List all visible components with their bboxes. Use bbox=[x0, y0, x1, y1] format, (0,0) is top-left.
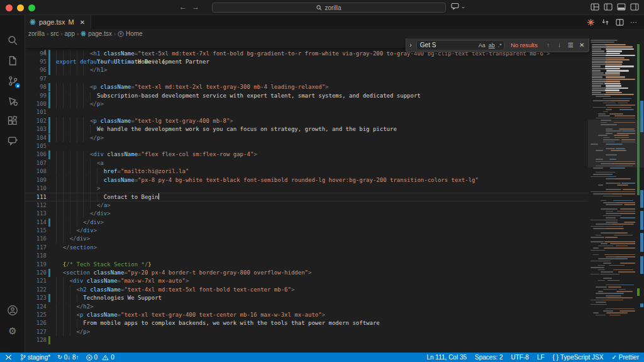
compare-changes-icon[interactable] bbox=[601, 18, 609, 26]
extension-starburst-icon[interactable] bbox=[587, 18, 595, 26]
editor-content[interactable]: 94 <h1 className="text-5xl md:text-7xl f… bbox=[25, 38, 644, 353]
gutter-modified-indicator bbox=[48, 100, 50, 108]
gutter-modified-indicator bbox=[48, 117, 50, 125]
code-line-124[interactable]: 124 </h2> bbox=[25, 303, 588, 311]
formatter-status[interactable]: ✓ Prettier bbox=[611, 354, 639, 361]
code-line-110[interactable]: 110 > bbox=[25, 184, 588, 193]
code-line-105[interactable]: 105 bbox=[25, 142, 588, 150]
code-line-115[interactable]: 115 </div> bbox=[25, 227, 588, 235]
code-line-118[interactable]: 118 bbox=[25, 252, 588, 260]
code-line-120[interactable]: 120 <section className="py-20 px-4 borde… bbox=[25, 269, 588, 277]
match-case-toggle[interactable]: Aa bbox=[479, 42, 486, 48]
breadcrumb-symbol[interactable]: Home bbox=[126, 30, 143, 37]
sync-status[interactable]: ↻ 0↓ 8↑ bbox=[57, 354, 79, 361]
encoding-setting[interactable]: UTF-8 bbox=[511, 354, 529, 361]
regex-toggle[interactable]: .* bbox=[498, 42, 502, 48]
code-line-119[interactable]: 119 {/* Tech Stack Section */} bbox=[25, 261, 588, 269]
window-minimize-button[interactable] bbox=[17, 4, 24, 11]
split-editor-icon[interactable] bbox=[616, 19, 624, 26]
account-icon[interactable] bbox=[0, 302, 25, 319]
code-line-125[interactable]: 125 <p className="text-xl text-gray-400 … bbox=[25, 311, 588, 319]
error-icon bbox=[86, 354, 92, 361]
code-line-126[interactable]: 126 From mobile apps to complex backends… bbox=[25, 319, 588, 327]
code-line-122[interactable]: 122 <h2 className="text-4xl md:text-5xl … bbox=[25, 286, 588, 294]
breadcrumb-src[interactable]: src bbox=[50, 30, 58, 37]
language-mode[interactable]: { } TypeScript JSX bbox=[553, 354, 604, 361]
problems-status[interactable]: 0 0 bbox=[86, 354, 114, 361]
gutter-modified-indicator bbox=[48, 83, 50, 91]
check-icon: ✓ bbox=[611, 354, 616, 361]
customize-layout-icon[interactable] bbox=[591, 3, 599, 11]
code-line-112[interactable]: 112 </a> bbox=[25, 201, 588, 210]
toggle-secondary-sidebar-icon[interactable] bbox=[630, 3, 639, 11]
code-line-102[interactable]: 102 <p className="text-lg text-gray-400 … bbox=[25, 117, 588, 125]
remote-icon bbox=[5, 354, 12, 360]
window-close-button[interactable] bbox=[6, 4, 13, 11]
find-query: Get S bbox=[420, 42, 436, 48]
whole-word-toggle[interactable]: ab bbox=[489, 42, 495, 48]
previous-match-icon[interactable]: ↑ bbox=[544, 42, 553, 48]
close-icon[interactable]: ✕ bbox=[577, 42, 586, 48]
code-line-100[interactable]: 100 </p> bbox=[25, 100, 588, 108]
error-count: 0 bbox=[94, 354, 98, 361]
find-in-selection-icon[interactable]: ☰ bbox=[566, 42, 575, 48]
toggle-primary-sidebar-icon[interactable] bbox=[604, 3, 613, 11]
indentation-setting[interactable]: Spaces: 2 bbox=[475, 354, 502, 361]
gutter-modified-indicator bbox=[48, 58, 50, 66]
history-back-button[interactable]: ← bbox=[178, 3, 188, 11]
find-input[interactable]: Get S Aa ab .* bbox=[416, 40, 504, 50]
code-line-103[interactable]: 103 We handle the development work so yo… bbox=[25, 125, 588, 133]
code-line-123[interactable]: 123 Technologies We Support bbox=[25, 294, 588, 302]
code-line-113[interactable]: 113 </div> bbox=[25, 210, 588, 218]
code-line-116[interactable]: 116 </div> bbox=[25, 235, 588, 243]
breadcrumb-project[interactable]: zorilla bbox=[28, 30, 45, 37]
code-line-107[interactable]: 107 <a bbox=[25, 159, 588, 167]
find-widget: › Get S Aa ab .* No results ↑ ↓ ☰ ✕ bbox=[406, 38, 589, 52]
minimap[interactable] bbox=[588, 38, 635, 353]
branch-name: staging* bbox=[28, 354, 50, 361]
code-line-108[interactable]: 108 href="mailto:hi@zoril.la" bbox=[25, 167, 588, 176]
more-actions-icon[interactable]: ⋯ bbox=[630, 18, 638, 26]
code-line-111[interactable]: 111 Contact to Begin bbox=[25, 193, 588, 201]
remote-indicator[interactable] bbox=[5, 354, 12, 360]
code-line-101[interactable]: 101 bbox=[25, 108, 588, 116]
code-line-96[interactable]: 96 </h1> bbox=[25, 66, 588, 74]
toggle-replace-chevron-icon[interactable]: › bbox=[408, 42, 414, 48]
code-line-128[interactable]: 128 bbox=[25, 336, 588, 344]
breadcrumb-app[interactable]: app bbox=[64, 30, 75, 37]
code-line-109[interactable]: 109 className="px-8 py-4 bg-white text-b… bbox=[25, 176, 588, 184]
run-debug-icon[interactable] bbox=[0, 92, 25, 110]
chat-icon[interactable] bbox=[0, 132, 25, 150]
source-control-icon[interactable] bbox=[0, 72, 25, 89]
search-icon[interactable] bbox=[0, 31, 25, 49]
chevron-right-icon: › bbox=[60, 31, 62, 37]
command-center-search[interactable]: zorilla bbox=[212, 3, 446, 13]
code-line-106[interactable]: 106 <div className="flex flex-col sm:fle… bbox=[25, 150, 588, 159]
history-forward-button[interactable]: → bbox=[191, 3, 201, 11]
source-control-badge bbox=[14, 82, 21, 89]
code-line-114[interactable]: 114 </div> bbox=[25, 218, 588, 227]
code-line-97[interactable]: 97 bbox=[25, 75, 588, 83]
close-icon[interactable]: ✕ bbox=[80, 19, 85, 26]
explorer-file-icon[interactable] bbox=[0, 52, 25, 69]
eol-setting[interactable]: LF bbox=[537, 354, 545, 361]
cursor-position[interactable]: Ln 111, Col 35 bbox=[426, 354, 467, 361]
next-match-icon[interactable]: ↓ bbox=[555, 42, 564, 48]
tab-page-tsx[interactable]: page.tsx M ✕ bbox=[25, 15, 91, 29]
code-line-99[interactable]: 99 Subscription-based development servic… bbox=[25, 92, 588, 100]
settings-gear-icon[interactable]: ⚙ bbox=[0, 322, 25, 339]
breadcrumb-file[interactable]: page.tsx bbox=[88, 30, 112, 37]
chat-dropdown-button[interactable]: ⌄ bbox=[451, 3, 465, 10]
code-line-98[interactable]: 98 <p className="text-xl md:text-2xl tex… bbox=[25, 83, 588, 91]
code-line-121[interactable]: 121 <div className="max-w-7xl mx-auto"> bbox=[25, 277, 588, 285]
git-branch-status[interactable]: staging* bbox=[20, 354, 50, 361]
overview-ruler-mark bbox=[640, 211, 643, 230]
extensions-icon[interactable] bbox=[0, 112, 25, 130]
window-zoom-button[interactable] bbox=[28, 4, 35, 11]
code-line-104[interactable]: 104 </p> bbox=[25, 134, 588, 142]
code-line-117[interactable]: 117 </section> bbox=[25, 244, 588, 252]
toggle-panel-icon[interactable] bbox=[617, 3, 626, 11]
overview-ruler[interactable] bbox=[635, 38, 644, 353]
minimap-viewport-slider[interactable] bbox=[588, 120, 644, 167]
code-line-127[interactable]: 127 </p> bbox=[25, 328, 588, 336]
